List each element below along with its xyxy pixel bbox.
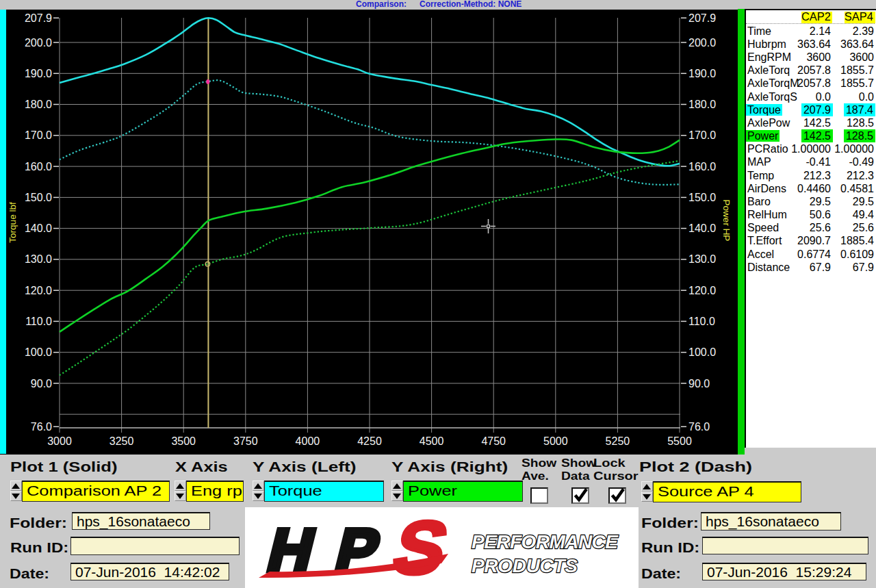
- svg-text:120.0: 120.0: [688, 285, 716, 296]
- svg-text:76.0: 76.0: [31, 421, 52, 433]
- svg-text:190.0: 190.0: [688, 68, 716, 79]
- svg-text:5250: 5250: [606, 435, 630, 447]
- svg-text:140.0: 140.0: [25, 222, 52, 234]
- svg-text:Power HP: Power HP: [721, 200, 732, 242]
- svg-text:Torque lbf: Torque lbf: [8, 202, 18, 243]
- svg-text:150.0: 150.0: [688, 192, 716, 203]
- svg-text:150.0: 150.0: [25, 192, 52, 203]
- svg-text:180.0: 180.0: [688, 99, 716, 110]
- svg-text:190.0: 190.0: [25, 68, 52, 79]
- svg-text:207.9: 207.9: [25, 12, 52, 24]
- svg-text:200.0: 200.0: [688, 37, 716, 49]
- svg-text:160.0: 160.0: [688, 161, 716, 172]
- svg-text:90.0: 90.0: [31, 378, 52, 389]
- svg-text:76.0: 76.0: [688, 421, 710, 433]
- svg-text:170.0: 170.0: [688, 129, 716, 141]
- svg-text:4250: 4250: [357, 435, 382, 447]
- svg-text:120.0: 120.0: [25, 285, 52, 296]
- svg-text:170.0: 170.0: [25, 129, 52, 141]
- svg-text:4750: 4750: [481, 435, 506, 447]
- svg-text:5000: 5000: [543, 435, 568, 447]
- svg-text:110.0: 110.0: [25, 316, 52, 327]
- svg-text:3250: 3250: [110, 435, 134, 447]
- svg-text:200.0: 200.0: [25, 37, 52, 49]
- svg-text:100.0: 100.0: [688, 346, 716, 358]
- svg-text:4000: 4000: [296, 435, 320, 447]
- svg-text:3500: 3500: [171, 435, 196, 447]
- svg-text:130.0: 130.0: [25, 253, 52, 265]
- svg-text:100.0: 100.0: [25, 346, 52, 358]
- svg-text:5500: 5500: [667, 435, 692, 447]
- svg-text:3000: 3000: [47, 435, 72, 447]
- svg-text:207.9: 207.9: [688, 12, 716, 24]
- svg-text:110.0: 110.0: [688, 316, 715, 327]
- svg-text:3750: 3750: [233, 435, 258, 447]
- svg-text:140.0: 140.0: [688, 222, 716, 234]
- svg-text:180.0: 180.0: [25, 99, 52, 110]
- svg-text:S: S: [385, 507, 456, 588]
- svg-text:160.0: 160.0: [25, 161, 52, 172]
- svg-text:130.0: 130.0: [688, 253, 716, 265]
- svg-text:PRODUCTS: PRODUCTS: [472, 555, 578, 576]
- svg-text:4500: 4500: [420, 435, 444, 447]
- svg-text:90.0: 90.0: [688, 378, 710, 389]
- svg-text:PERFORMANCE: PERFORMANCE: [472, 531, 619, 552]
